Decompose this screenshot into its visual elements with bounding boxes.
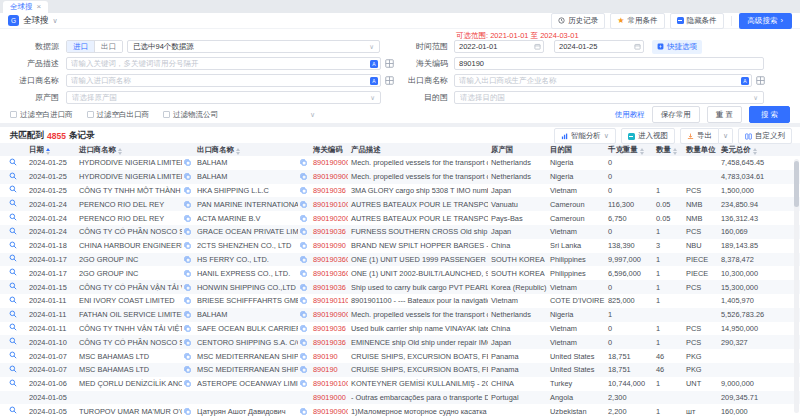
row-search-icon[interactable] xyxy=(9,159,17,168)
sort-icon[interactable] xyxy=(640,148,644,155)
row-search-icon[interactable] xyxy=(9,186,17,195)
table-row[interactable]: 2024-01-05TUROPOV UMAR MA'MUR O'G'LIЦату… xyxy=(0,404,800,418)
copy-icon[interactable] xyxy=(184,228,191,235)
filter-checkbox-2[interactable]: 过滤物流公司 xyxy=(163,110,218,120)
export-dropdown-button[interactable]: ∨ xyxy=(719,128,733,144)
table-row[interactable]: 2024-01-07MSC BAHAMAS LTDMSC MEDITERRANE… xyxy=(0,349,800,363)
sort-icon[interactable] xyxy=(46,148,50,155)
copy-icon[interactable] xyxy=(184,325,191,332)
copy-icon[interactable] xyxy=(300,408,307,415)
row-search-icon[interactable] xyxy=(9,269,17,278)
table-row[interactable]: 2024-01-24PERENCO RIO DEL REYPAN MARINE … xyxy=(0,197,800,211)
sort-icon[interactable] xyxy=(673,148,677,155)
copy-icon[interactable] xyxy=(184,297,191,304)
translate-icon[interactable]: A xyxy=(370,60,378,68)
scrollbar-thumb[interactable] xyxy=(794,161,799,207)
row-search-icon[interactable] xyxy=(9,173,17,182)
copy-icon[interactable] xyxy=(184,270,191,277)
export-toggle[interactable]: 出口 xyxy=(94,41,122,52)
origin-country-select[interactable]: 请选择原产国 ∨ xyxy=(66,91,381,104)
table-row[interactable]: 2024-01-18CHINA HARBOUR ENGINEERING CO L… xyxy=(0,239,800,253)
column-header-2[interactable]: 出口商名称 xyxy=(194,143,310,156)
checkbox-icon[interactable] xyxy=(163,111,170,118)
end-date-input[interactable] xyxy=(554,40,644,53)
copy-icon[interactable] xyxy=(184,311,191,318)
grid-icon[interactable] xyxy=(385,76,394,85)
copy-icon[interactable] xyxy=(300,270,307,277)
collapse-form-icon[interactable]: ∨ xyxy=(310,111,315,119)
filter-checkbox-1[interactable]: 过滤空白出口商 xyxy=(87,110,150,120)
reset-button[interactable]: 重 置 xyxy=(707,106,742,123)
sort-icon[interactable] xyxy=(236,148,240,155)
copy-icon[interactable] xyxy=(184,380,191,387)
translate-icon[interactable]: A xyxy=(370,77,378,85)
copy-icon[interactable] xyxy=(300,159,307,166)
column-header-1[interactable]: 进口商名称 xyxy=(76,143,194,156)
copy-icon[interactable] xyxy=(184,173,191,180)
custom-columns-button[interactable]: 自定义列 xyxy=(738,128,792,144)
table-row[interactable]: 2024-01-11FATHAN OIL SERVICE LIMITEDBALH… xyxy=(0,308,800,322)
history-button[interactable]: 历史记录 xyxy=(551,13,605,29)
import-toggle[interactable]: 进口 xyxy=(67,41,94,52)
table-row[interactable]: 2024-01-24PERENCO RIO DEL REYACTA MARINE… xyxy=(0,211,800,225)
save-common-button[interactable]: 保存常用 xyxy=(652,106,700,123)
tab-global-search[interactable]: 全球搜 × xyxy=(3,1,48,13)
row-search-icon[interactable] xyxy=(9,366,17,375)
copy-icon[interactable] xyxy=(300,187,307,194)
translate-icon[interactable]: A xyxy=(741,77,749,85)
column-header-10[interactable]: 美元总价 xyxy=(718,143,790,156)
end-date-field[interactable] xyxy=(554,40,644,53)
table-row[interactable]: 2024-01-25CÔNG TY TNHH MỘT THÀNH VIÊN ĐÔ… xyxy=(0,184,800,198)
favorite-conditions-button[interactable]: ★ 常用条件 xyxy=(610,13,664,29)
column-header-0[interactable]: 日期 xyxy=(26,143,76,156)
dest-country-select[interactable]: 请选择目的国 ∨ xyxy=(454,91,764,104)
row-search-icon[interactable] xyxy=(9,200,17,209)
checkbox-icon[interactable] xyxy=(87,111,94,118)
checkbox-icon[interactable] xyxy=(10,111,17,118)
row-search-icon[interactable] xyxy=(9,297,17,306)
copy-icon[interactable] xyxy=(300,284,307,291)
row-search-icon[interactable] xyxy=(9,242,17,251)
table-row[interactable]: 2024-01-11CÔNG TY TNHH VẬN TẢI VIỆT THUẦ… xyxy=(0,322,800,336)
column-header-8[interactable]: 数量 xyxy=(653,143,683,156)
copy-icon[interactable] xyxy=(300,366,307,373)
copy-icon[interactable] xyxy=(184,353,191,360)
hide-conditions-button[interactable]: 隐藏条件 xyxy=(670,13,724,29)
product-desc-input[interactable] xyxy=(66,57,381,70)
importer-input[interactable] xyxy=(66,74,381,87)
copy-icon[interactable] xyxy=(300,325,307,332)
scrollbar[interactable] xyxy=(794,159,799,413)
table-row[interactable]: 2024-01-172GO GROUP INCHS FERRY CO., LTD… xyxy=(0,253,800,267)
copy-icon[interactable] xyxy=(300,311,307,318)
grid-icon[interactable] xyxy=(385,59,394,68)
copy-icon[interactable] xyxy=(184,256,191,263)
copy-icon[interactable] xyxy=(184,242,191,249)
copy-icon[interactable] xyxy=(184,215,191,222)
copy-icon[interactable] xyxy=(184,187,191,194)
column-header-7[interactable]: 千克重量 xyxy=(605,143,653,156)
copy-icon[interactable] xyxy=(300,353,307,360)
copy-icon[interactable] xyxy=(300,242,307,249)
row-search-icon[interactable] xyxy=(9,283,17,292)
sort-icon[interactable] xyxy=(753,148,757,155)
close-icon[interactable]: × xyxy=(37,3,42,11)
row-search-icon[interactable] xyxy=(9,214,17,223)
sort-icon[interactable] xyxy=(118,148,122,155)
row-search-icon[interactable] xyxy=(9,338,17,347)
start-date-field[interactable] xyxy=(454,40,544,53)
copy-icon[interactable] xyxy=(184,339,191,346)
copy-icon[interactable] xyxy=(184,408,191,415)
copy-icon[interactable] xyxy=(300,215,307,222)
copy-icon[interactable] xyxy=(184,284,191,291)
search-button[interactable]: 搜 索 xyxy=(749,106,790,123)
hs-code-input[interactable] xyxy=(454,57,764,70)
copy-icon[interactable] xyxy=(300,339,307,346)
table-row[interactable]: 2024-01-07MSC BAHAMAS LTDMSC MEDITERRANE… xyxy=(0,363,800,377)
grid-icon[interactable] xyxy=(756,76,765,85)
table-row[interactable]: 2024-01-11ENI IVORY COAST LIMITEDBRIESE … xyxy=(0,294,800,308)
table-row[interactable]: 2024-01-0589019000- Outras embarcações p… xyxy=(0,391,800,405)
exporter-input[interactable] xyxy=(454,74,752,87)
copy-icon[interactable] xyxy=(184,159,191,166)
chevron-down-icon[interactable]: ∨ xyxy=(53,17,58,25)
quick-options-button[interactable]: 快捷选项 xyxy=(652,40,702,54)
